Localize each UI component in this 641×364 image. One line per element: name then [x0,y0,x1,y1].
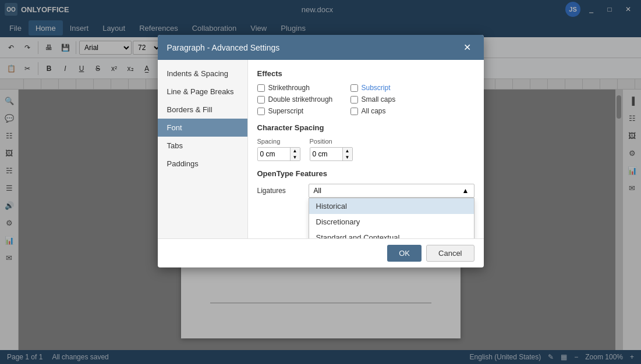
strikethrough-checkbox[interactable] [257,84,265,92]
dialog-footer: OK Cancel [158,238,484,267]
dialog-content: Effects Strikethrough Double strikethrou… [248,60,484,238]
superscript-checkbox-label[interactable]: Superscript [257,107,339,115]
double-strikethrough-checkbox-label[interactable]: Double strikethrough [257,95,339,104]
position-spin-btns: ▲ ▼ [342,148,352,160]
spacing-spin-btns: ▲ ▼ [290,148,300,160]
dialog-title: Paragraph - Advanced Settings [167,43,280,52]
ligatures-row: Ligatures All ▲ Historical Discretionary… [257,184,474,198]
modal-overlay: Paragraph - Advanced Settings ✕ Indents … [0,0,641,364]
option-standard-contextual[interactable]: Standard and Contextual [309,230,474,238]
position-input[interactable] [310,148,342,160]
dialog-header: Paragraph - Advanced Settings ✕ [158,35,484,60]
position-up-btn[interactable]: ▲ [343,148,352,154]
spacing-label: Spacing [257,138,300,145]
dialog-close-button[interactable]: ✕ [460,41,474,54]
option-historical[interactable]: Historical [309,198,474,214]
character-spacing-title: Character Spacing [257,123,474,132]
position-down-btn[interactable]: ▼ [343,154,352,160]
nav-font[interactable]: Font [158,119,247,137]
nav-borders-fill[interactable]: Borders & Fill [158,101,247,119]
nav-tabs[interactable]: Tabs [158,137,247,155]
nav-indents-spacing[interactable]: Indents & Spacing [158,65,247,83]
spacing-input-wrapper: ▲ ▼ [257,147,300,161]
nav-paddings[interactable]: Paddings [158,155,247,173]
all-caps-checkbox-label[interactable]: All caps [350,107,432,115]
ok-button[interactable]: OK [387,245,422,262]
superscript-checkbox[interactable] [257,108,265,115]
ligatures-value: All [314,187,321,195]
spacing-input[interactable] [258,148,290,160]
subscript-checkbox[interactable] [350,84,358,92]
spacing-down-btn[interactable]: ▼ [291,154,300,160]
cancel-button[interactable]: Cancel [426,245,474,262]
position-input-wrapper: ▲ ▼ [310,147,353,161]
opentype-title: OpenType Features [257,169,474,178]
advanced-settings-dialog: Paragraph - Advanced Settings ✕ Indents … [158,35,484,267]
dialog-nav: Indents & Spacing Line & Page Breaks Bor… [158,60,248,238]
small-caps-checkbox[interactable] [350,96,358,104]
ligatures-dropdown[interactable]: All ▲ [309,184,474,198]
ligatures-dropdown-wrapper: All ▲ Historical Discretionary Standard … [309,184,474,198]
option-discretionary[interactable]: Discretionary [309,214,474,230]
position-label: Position [310,138,353,145]
subscript-checkbox-label[interactable]: Subscript [350,84,432,92]
all-caps-checkbox[interactable] [350,108,358,115]
double-strikethrough-checkbox[interactable] [257,96,265,104]
ligatures-dropdown-list: Historical Discretionary Standard and Co… [309,198,474,238]
effects-title: Effects [257,69,474,78]
nav-line-page-breaks[interactable]: Line & Page Breaks [158,83,247,101]
spacing-up-btn[interactable]: ▲ [291,148,300,154]
dialog-body: Indents & Spacing Line & Page Breaks Bor… [158,60,484,238]
strikethrough-checkbox-label[interactable]: Strikethrough [257,84,339,92]
ligatures-label: Ligatures [257,187,304,195]
small-caps-checkbox-label[interactable]: Small caps [350,95,432,104]
dropdown-arrow: ▲ [462,187,469,195]
